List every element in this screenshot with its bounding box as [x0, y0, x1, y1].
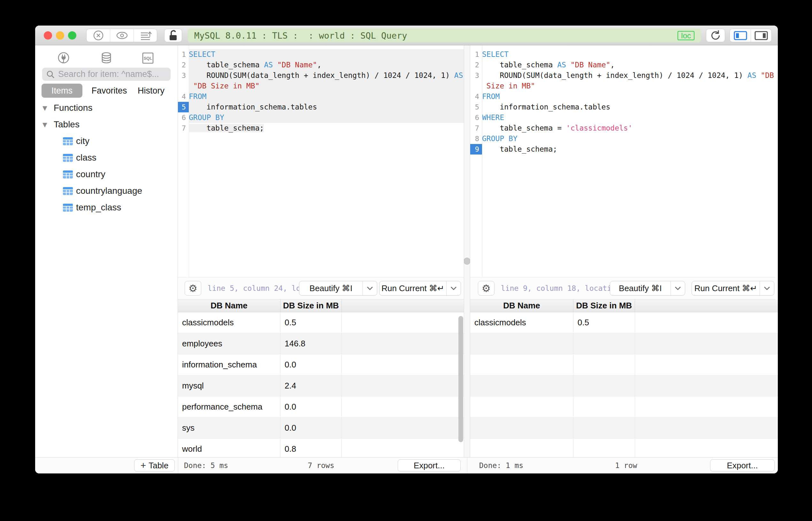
code-line[interactable]: 9 table_schema;	[470, 144, 775, 155]
table-cell[interactable]: information_schema	[178, 354, 281, 375]
results-scrollbar[interactable]	[458, 316, 463, 442]
code-line[interactable]: 4FROM	[470, 91, 775, 102]
table-cell[interactable]	[635, 333, 778, 354]
zoom-window-button[interactable]	[68, 31, 76, 40]
table-cell[interactable]	[470, 439, 573, 457]
table-cell[interactable]	[342, 397, 464, 417]
sidebar-item-class[interactable]: class	[35, 150, 178, 166]
sql-query-tab-button[interactable]: SQL	[140, 51, 155, 65]
table-cell[interactable]	[573, 417, 635, 438]
code-line[interactable]: 5 information_schema.tables	[470, 102, 775, 112]
code-line[interactable]: 2 table_schema AS "DB Name",	[178, 60, 464, 70]
chevron-down-icon[interactable]	[760, 281, 774, 295]
connection-tab-button[interactable]	[56, 51, 71, 65]
code-line[interactable]: 5 information_schema.tables	[178, 102, 464, 112]
sql-editor-right[interactable]: 1SELECT2 table_schema AS "DB Name",3 ROU…	[470, 45, 775, 277]
code-line[interactable]: 1SELECT	[178, 49, 464, 60]
export-button[interactable]: Export...	[710, 459, 775, 472]
add-table-button[interactable]: + Table	[134, 459, 175, 472]
table-cell[interactable]	[635, 417, 778, 438]
code-line[interactable]: 3 ROUND(SUM(data_length + index_length) …	[178, 70, 464, 81]
column-header[interactable]: DB Size in MB	[573, 299, 635, 312]
code-line[interactable]: 7 table_schema;	[178, 123, 464, 133]
table-row[interactable]: sys0.0	[178, 417, 464, 439]
table-cell[interactable]	[470, 417, 573, 438]
table-cell[interactable]	[573, 439, 635, 457]
table-cell[interactable]: 0.5	[281, 312, 342, 333]
table-cell[interactable]	[470, 376, 573, 396]
results-table-right[interactable]: DB NameDB Size in MBclassicmodels0.5	[470, 299, 778, 457]
table-row[interactable]: mysql2.4	[178, 376, 464, 397]
table-cell[interactable]	[342, 312, 464, 333]
table-row[interactable]	[470, 439, 778, 457]
beautify-button[interactable]: Beautify ⌘I	[610, 281, 685, 296]
close-circle-button[interactable]	[87, 29, 110, 42]
table-row[interactable]	[470, 376, 778, 397]
table-cell[interactable]: 0.5	[573, 312, 635, 333]
settings-button[interactable]: ⚙	[184, 281, 201, 296]
table-row[interactable]	[470, 333, 778, 354]
disclosure-triangle-icon[interactable]: ▼	[43, 105, 47, 111]
code-line[interactable]: 2 table_schema AS "DB Name",	[470, 60, 775, 70]
tree-section-tables[interactable]: ▼Tables	[35, 116, 178, 133]
table-cell[interactable]	[342, 439, 464, 457]
toggle-left-panel-button[interactable]	[730, 29, 751, 42]
table-cell[interactable]: classicmodels	[178, 312, 281, 333]
tab-history[interactable]: History	[133, 84, 169, 98]
sidebar-item-city[interactable]: city	[35, 133, 178, 150]
sidebar-item-countrylanguage[interactable]: countrylanguage	[35, 183, 178, 199]
beautify-button[interactable]: Beautify ⌘I	[299, 281, 377, 296]
sidebar-item-country[interactable]: country	[35, 166, 178, 183]
table-cell[interactable]: performance_schema	[178, 397, 281, 417]
table-row[interactable]: performance_schema0.0	[178, 397, 464, 417]
export-button[interactable]: Export...	[398, 459, 461, 472]
table-cell[interactable]	[635, 354, 778, 375]
table-row[interactable]: world0.8	[178, 439, 464, 457]
preview-button[interactable]	[110, 29, 133, 42]
table-row[interactable]	[470, 397, 778, 417]
table-cell[interactable]: 0.8	[281, 439, 342, 457]
tree-section-functions[interactable]: ▼Functions	[35, 99, 178, 116]
close-window-button[interactable]	[44, 31, 52, 40]
table-row[interactable]	[470, 354, 778, 376]
table-cell[interactable]: 0.0	[281, 417, 342, 438]
chevron-down-icon[interactable]	[671, 281, 685, 295]
code-line[interactable]: "DB Size in MB"	[178, 81, 464, 91]
sidebar-item-temp_class[interactable]: temp_class	[35, 199, 178, 216]
disclosure-triangle-icon[interactable]: ▼	[43, 121, 47, 128]
table-cell[interactable]: 146.8	[281, 333, 342, 354]
search-input[interactable]	[58, 69, 172, 80]
settings-button[interactable]: ⚙	[478, 281, 495, 296]
table-cell[interactable]	[573, 354, 635, 375]
table-row[interactable]: classicmodels0.5	[470, 312, 778, 333]
table-cell[interactable]: 0.0	[281, 354, 342, 375]
table-cell[interactable]	[635, 376, 778, 396]
table-row[interactable]: employees146.8	[178, 333, 464, 354]
tab-favorites[interactable]: Favorites	[88, 84, 130, 98]
table-cell[interactable]: employees	[178, 333, 281, 354]
log-button[interactable]	[133, 29, 157, 42]
table-cell[interactable]	[342, 333, 464, 354]
tab-items[interactable]: Items	[42, 84, 82, 98]
chevron-down-icon[interactable]	[363, 281, 377, 295]
table-cell[interactable]: mysql	[178, 376, 281, 396]
table-row[interactable]: classicmodels0.5	[178, 312, 464, 333]
run-current-button[interactable]: Run Current ⌘↵	[692, 281, 774, 296]
code-line[interactable]: Size in MB"	[470, 81, 775, 91]
table-cell[interactable]	[342, 417, 464, 438]
table-cell[interactable]	[635, 397, 778, 417]
pane-divider[interactable]	[464, 45, 470, 457]
table-cell[interactable]: classicmodels	[470, 312, 573, 333]
table-cell[interactable]	[342, 354, 464, 375]
table-cell[interactable]	[470, 333, 573, 354]
results-table-left[interactable]: DB NameDB Size in MBclassicmodels0.5empl…	[178, 299, 464, 457]
chevron-down-icon[interactable]	[446, 281, 461, 295]
code-line[interactable]: 1SELECT	[470, 49, 775, 60]
table-cell[interactable]	[573, 376, 635, 396]
table-row[interactable]	[470, 417, 778, 439]
table-cell[interactable]	[635, 312, 778, 333]
lock-button[interactable]	[164, 29, 182, 42]
table-cell[interactable]	[470, 397, 573, 417]
toggle-right-panel-button[interactable]	[751, 29, 771, 42]
pane-divider-handle[interactable]	[463, 258, 470, 265]
